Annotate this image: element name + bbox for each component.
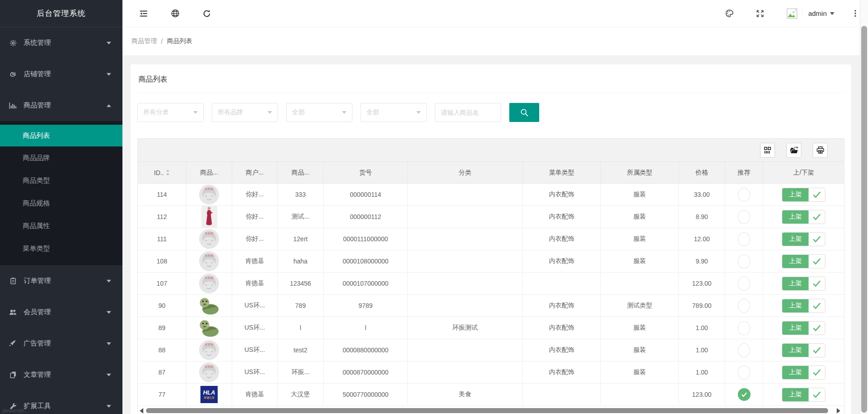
column-header-label: 货号	[359, 169, 372, 177]
sidebar-item[interactable]: 订单管理	[0, 265, 122, 297]
recommend-toggle[interactable]	[738, 365, 750, 380]
scroll-track	[146, 408, 835, 413]
status-toggle[interactable]: 上架	[782, 232, 825, 246]
filter-select[interactable]: 所有品牌	[212, 103, 278, 122]
recommend-toggle[interactable]	[738, 254, 750, 268]
sidebar-subitem[interactable]: 商品列表	[0, 125, 122, 146]
cell-category	[408, 250, 523, 273]
recommend-toggle[interactable]	[738, 188, 750, 202]
recommend-toggle[interactable]	[738, 321, 750, 335]
column-header-label: 推荐	[738, 169, 751, 177]
cell-recommend	[725, 184, 763, 206]
collapse-sidebar-icon[interactable]	[139, 10, 148, 17]
columns-button[interactable]	[760, 143, 775, 158]
column-header: 分类	[408, 162, 523, 184]
cell-status: 上架	[763, 384, 844, 406]
refresh-icon[interactable]	[202, 10, 211, 18]
product-image-avatar[interactable]: 求真相	[199, 273, 219, 293]
globe-icon[interactable]	[171, 9, 180, 18]
bar-chart-icon	[9, 102, 17, 109]
recommend-toggle[interactable]	[738, 210, 750, 224]
recommend-toggle-checked[interactable]	[738, 388, 751, 401]
product-image-avatar[interactable]: 求真相	[199, 229, 219, 249]
status-toggle[interactable]: 上架	[782, 321, 825, 335]
content: 商品列表 所有分类所有品牌全部全部 ID..商品...商户...商品...货号分…	[122, 55, 868, 414]
product-image-avatar[interactable]: 求真相	[199, 185, 219, 205]
sidebar-subitem[interactable]: 商品规格	[0, 192, 122, 214]
cell-merchant: US环...	[232, 361, 278, 384]
status-toggle[interactable]: 上架	[782, 210, 825, 224]
sidebar-item[interactable]: 店铺管理	[0, 58, 122, 90]
product-image-avatar[interactable]: 求真相	[199, 362, 219, 382]
print-button[interactable]	[813, 143, 828, 158]
sidebar-item[interactable]: 文章管理	[0, 359, 122, 390]
cell-id: 112	[138, 206, 186, 228]
breadcrumb-item[interactable]: 商品管理	[132, 37, 157, 45]
recommend-toggle[interactable]	[738, 299, 750, 313]
recommend-toggle[interactable]	[738, 277, 750, 291]
cell-image: 求真相	[186, 339, 232, 361]
scroll-thumb[interactable]	[146, 408, 828, 413]
sidebar-subitem[interactable]: 商品品牌	[0, 146, 122, 169]
scroll-left-arrow[interactable]	[140, 408, 143, 414]
cell-merchant: US环...	[232, 317, 278, 339]
recommend-toggle[interactable]	[738, 232, 750, 246]
filter-select[interactable]: 所有分类	[137, 103, 204, 122]
cell-menu-type	[523, 384, 601, 406]
scroll-right-arrow[interactable]	[837, 408, 840, 414]
sidebar-submenu: 商品列表商品品牌商品类型商品规格商品属性菜单类型	[0, 121, 122, 265]
filter-select[interactable]: 全部	[286, 103, 352, 122]
cell-id: 88	[138, 339, 186, 361]
product-image-avatar[interactable]: 求真相	[199, 340, 219, 360]
table-row: 88求真相US环...test20000880000000内衣配饰服装1.00上…	[138, 339, 844, 361]
user-menu[interactable]: admin	[786, 8, 834, 19]
column-header-label: ID..	[154, 169, 164, 176]
sidebar-item[interactable]: 会员管理	[0, 297, 122, 328]
status-toggle-label: 上架	[782, 299, 809, 312]
vertical-scroll-thumb[interactable]	[861, 26, 867, 413]
topbar-right-icons	[703, 9, 765, 18]
status-toggle[interactable]: 上架	[782, 299, 825, 313]
table-header: ID..商品...商户...商品...货号分类菜单类型所属类型价格推荐上/下架	[138, 162, 844, 184]
copy-icon	[9, 371, 17, 379]
sidebar-item-label: 广告管理	[24, 339, 105, 348]
product-image-photo[interactable]	[201, 206, 217, 228]
search-button[interactable]	[509, 103, 539, 122]
export-button[interactable]	[786, 143, 801, 158]
kebab-menu-icon[interactable]	[854, 10, 856, 17]
status-toggle[interactable]: 上架	[782, 365, 825, 380]
table-body: 114求真相你好...333000000114内衣配饰服装33.00上架112你…	[138, 184, 844, 406]
users-icon	[9, 309, 17, 316]
breadcrumb: 商品管理 / 商品列表	[122, 27, 868, 55]
recommend-toggle[interactable]	[738, 343, 750, 357]
sidebar-item[interactable]: 商品管理	[0, 90, 122, 121]
sidebar-item[interactable]: 系统管理	[0, 27, 122, 58]
product-image-logo[interactable]: HLA海澜之家	[200, 386, 218, 403]
product-image-cartoon[interactable]	[198, 318, 220, 338]
status-toggle[interactable]: 上架	[782, 388, 825, 402]
status-toggle[interactable]: 上架	[782, 188, 825, 202]
breadcrumb-item-current: 商品列表	[167, 37, 192, 45]
sidebar-subitem[interactable]: 商品属性	[0, 214, 122, 237]
sidebar-subitem[interactable]: 商品类型	[0, 169, 122, 192]
check-icon	[809, 321, 825, 335]
search-input[interactable]	[435, 103, 501, 122]
sidebar-subitem[interactable]: 菜单类型	[0, 237, 122, 260]
sidebar-item-label: 系统管理	[24, 39, 105, 47]
caret-down-icon	[105, 374, 112, 376]
sidebar-item[interactable]: 广告管理	[0, 328, 122, 359]
palette-icon[interactable]	[725, 9, 734, 18]
sort-icon[interactable]	[166, 170, 170, 175]
status-toggle[interactable]: 上架	[782, 343, 825, 357]
table-toolbar	[138, 139, 844, 162]
cell-status: 上架	[763, 295, 844, 317]
product-image-cartoon[interactable]	[198, 296, 220, 316]
filter-select[interactable]: 全部	[361, 103, 427, 122]
sidebar: 后台管理系统 系统管理店铺管理商品管理商品列表商品品牌商品类型商品规格商品属性菜…	[0, 0, 122, 414]
status-toggle-label: 上架	[782, 321, 809, 335]
product-image-avatar[interactable]: 求真相	[199, 251, 219, 271]
product-table: ID..商品...商户...商品...货号分类菜单类型所属类型价格推荐上/下架 …	[137, 138, 844, 414]
status-toggle[interactable]: 上架	[782, 277, 825, 291]
fullscreen-icon[interactable]	[756, 10, 765, 18]
status-toggle[interactable]: 上架	[782, 254, 825, 268]
